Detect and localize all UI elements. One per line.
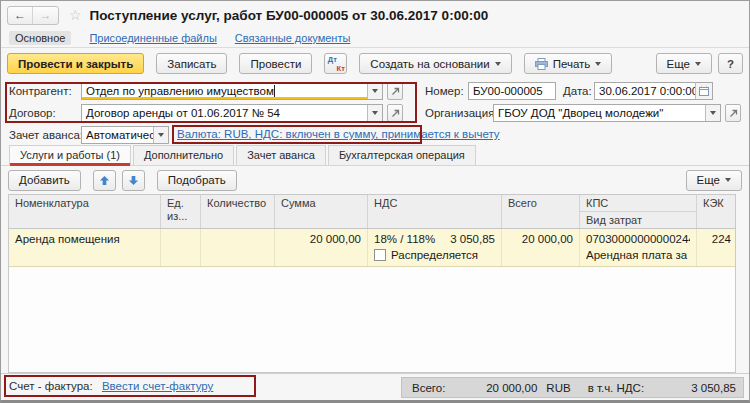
vat-amount-value: 3 050,85 (450, 231, 495, 247)
table-row[interactable]: Аренда помещения 20 000,00 18% / 118% 3 … (9, 229, 735, 267)
add-row-button[interactable]: Добавить (8, 170, 81, 191)
nav-tab-main[interactable]: Основное (9, 31, 71, 45)
column-header-kek: КЭК (697, 195, 736, 228)
total-value: 20 000,00 (508, 231, 573, 247)
post-button[interactable]: Провести (239, 53, 312, 74)
tab-advance-offset[interactable]: Зачет аванса (236, 145, 326, 165)
nav-tab-related-documents[interactable]: Связанные документы (235, 32, 351, 44)
nav-tab-attached-files[interactable]: Присоединенные файлы (89, 32, 216, 44)
table-toolbar: Добавить Подобрать Еще (1, 166, 749, 194)
organization-input[interactable]: ГБОУ ДОД "Дворец молодежи" (493, 104, 721, 122)
more-label: Еще (667, 58, 690, 70)
currency-vat-link[interactable]: Валюта: RUB, НДС: включен в сумму, прини… (177, 128, 500, 140)
create-based-on-label: Создать на основании (370, 58, 489, 70)
cell-sum[interactable]: 20 000,00 (275, 229, 368, 266)
create-based-on-button[interactable]: Создать на основании (359, 53, 511, 74)
calendar-button[interactable] (695, 83, 712, 99)
advance-offset-dropdown-button[interactable] (153, 127, 168, 143)
chevron-down-icon (158, 133, 164, 137)
number-value: БУ00-000005 (469, 85, 555, 97)
tab-services-and-works[interactable]: Услуги и работы (1) (9, 145, 131, 165)
more-button[interactable]: Еще (656, 53, 712, 74)
document-tabs: Услуги и работы (1) Дополнительно Зачет … (1, 144, 749, 166)
forward-button[interactable]: → (33, 7, 58, 24)
cell-kek[interactable]: 224 (697, 229, 736, 266)
column-header-nomenclature: Номенклатура (9, 195, 161, 228)
organization-open-button[interactable] (725, 104, 741, 122)
sum-value: 20 000,00 (281, 231, 361, 247)
cell-vat[interactable]: 18% / 118% 3 050,85 Распределяется (368, 229, 502, 266)
table-more-button[interactable]: Еще (686, 170, 742, 191)
advance-offset-value: Автоматически (82, 129, 153, 141)
kps-header-label: КПС (580, 195, 696, 212)
cell-total[interactable]: 20 000,00 (502, 229, 580, 266)
back-button[interactable]: ← (8, 7, 33, 24)
column-header-total: Всего (502, 195, 580, 228)
date-value: 30.06.2017 0:00:00 (595, 85, 695, 97)
cell-unit[interactable] (161, 229, 201, 266)
organization-dropdown-button[interactable] (705, 105, 720, 121)
vat-total-label: в т.ч. НДС: (588, 382, 644, 394)
table-more-label: Еще (697, 174, 720, 186)
advance-offset-select[interactable]: Автоматически (81, 126, 169, 144)
pick-button[interactable]: Подобрать (157, 170, 237, 191)
show-postings-button[interactable]: Дт Кт (324, 53, 347, 74)
contract-value: Договор аренды от 01.06.2017 № 54 (82, 107, 367, 119)
open-link-icon (391, 87, 400, 96)
debit-label: Дт (328, 55, 337, 64)
titlebar: ← → ☆ Поступление услуг, работ БУ00-0000… (1, 1, 749, 29)
move-row-up-button[interactable] (93, 170, 116, 191)
column-header-quantity: Количество (201, 195, 275, 228)
number-input[interactable]: БУ00-000005 (468, 82, 556, 100)
post-and-close-button[interactable]: Провести и закрыть (7, 53, 144, 74)
cell-quantity[interactable] (201, 229, 275, 266)
header-fields: Контрагент: Отдел по управлению имуществ… (1, 79, 749, 144)
table-empty-area (9, 267, 735, 372)
vat-total-value: 3 050,85 (644, 382, 743, 394)
invoice-label: Счет - фактура: (9, 380, 93, 392)
counterparty-label: Контрагент: (9, 82, 72, 100)
receipt-document-window: ← → ☆ Поступление услуг, работ БУ00-0000… (0, 0, 750, 403)
text-cursor (274, 85, 275, 97)
contract-open-button[interactable] (387, 104, 403, 122)
contract-dropdown-button[interactable] (367, 105, 382, 121)
cell-kps[interactable]: 07030000000000244 Арендная плата за поль… (580, 229, 697, 266)
tab-accounting-operation[interactable]: Бухгалтерская операция (328, 145, 476, 165)
back-icon: ← (14, 9, 26, 21)
contract-label: Договор: (9, 104, 56, 122)
currency-code: RUB (546, 382, 570, 394)
print-button[interactable]: Печать (524, 53, 613, 74)
chevron-down-icon (710, 111, 716, 115)
kps-value: 07030000000000244 (586, 231, 690, 247)
cost-type-value: Арендная плата за пользование и... (586, 247, 690, 263)
favorite-star-icon[interactable]: ☆ (69, 7, 82, 23)
contract-input[interactable]: Договор аренды от 01.06.2017 № 54 (81, 104, 383, 122)
command-bar: Провести и закрыть Записать Провести Дт … (1, 48, 749, 79)
tab-additional[interactable]: Дополнительно (133, 145, 234, 165)
invoice-row: Счет - фактура: Ввести счет-фактуру (9, 380, 213, 392)
move-row-down-button[interactable] (122, 170, 145, 191)
counterparty-input[interactable]: Отдел по управлению имуществом (81, 82, 383, 100)
chevron-down-icon (495, 62, 501, 66)
enter-invoice-link[interactable]: Ввести счет-фактуру (102, 380, 213, 392)
arrow-up-icon (99, 175, 110, 186)
cost-type-header-label: Вид затрат (580, 212, 696, 229)
cell-nomenclature[interactable]: Аренда помещения (9, 229, 161, 266)
date-input[interactable]: 30.06.2017 0:00:00 (594, 82, 713, 100)
counterparty-open-button[interactable] (387, 82, 403, 100)
column-header-unit: Ед. из... (161, 195, 201, 228)
calendar-icon (699, 86, 709, 96)
totals-value: 20 000,00 (445, 382, 537, 394)
save-button[interactable]: Записать (156, 53, 227, 74)
date-label: Дата: (563, 82, 592, 100)
totals-bar: Всего: 20 000,00 RUB в т.ч. НДС: 3 050,8… (401, 377, 744, 398)
counterparty-dropdown-button[interactable] (367, 83, 382, 99)
column-header-vat: НДС (368, 195, 502, 228)
services-table: Номенклатура Ед. из... Количество Сумма … (8, 194, 736, 373)
organization-value: ГБОУ ДОД "Дворец молодежи" (494, 107, 705, 119)
help-button[interactable]: ? (718, 53, 743, 74)
distributed-checkbox[interactable] (374, 249, 386, 261)
arrow-down-icon (128, 175, 139, 186)
organization-label: Организация: (425, 104, 498, 122)
chevron-down-icon (595, 62, 601, 66)
